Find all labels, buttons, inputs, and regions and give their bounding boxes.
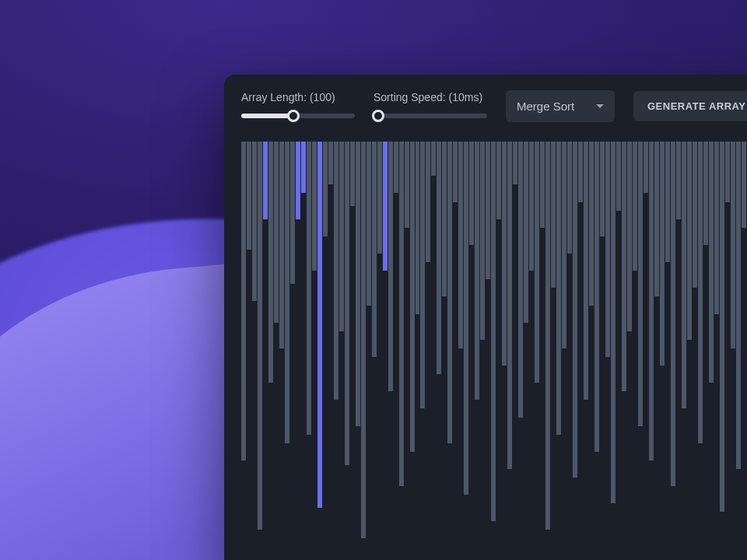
array-bar [540,142,545,228]
array-bar [682,142,686,408]
array-bar [589,142,594,306]
array-bar [458,142,463,348]
array-bar [323,142,328,236]
array-bar [496,142,501,219]
array-bar [725,142,730,202]
array-bar [410,142,415,452]
array-bar [638,142,643,426]
array-bar [426,142,430,262]
algorithm-select[interactable]: Merge Sort [506,90,615,122]
slider-thumb[interactable] [372,110,384,122]
array-bar [676,142,681,219]
array-bar [584,142,588,400]
slider-fill [241,114,293,118]
array-bar [502,142,507,366]
array-bar [350,142,355,206]
array-bar [714,142,719,314]
array-bar [279,142,284,348]
array-bar [535,142,539,383]
array-bar [622,142,626,391]
array-bar [453,142,458,202]
array-bar [633,142,637,271]
array-bar [654,142,659,296]
sorting-speed-control: Sorting Speed: (10ms) [374,91,487,122]
array-bar [464,142,468,495]
sorting-speed-label-suffix: ) [479,91,482,103]
array-bar [394,142,398,193]
array-bar [442,142,447,296]
array-bar [399,142,404,486]
array-bar [366,142,371,306]
array-bar [698,142,703,443]
array-bar [437,142,441,374]
sorting-speed-label: Sorting Speed: (10ms) [374,91,487,103]
slider-thumb[interactable] [287,110,300,122]
array-bar [518,142,523,418]
array-bar [420,142,425,408]
array-bar [290,142,295,284]
array-bar [616,142,621,211]
array-bar [274,142,279,323]
array-bar [431,142,436,176]
array-bar [731,142,735,348]
array-length-control: Array Length: (100) [241,91,355,122]
array-bar [649,142,654,460]
generate-array-button[interactable]: GENERATE ARRAY [633,91,747,121]
array-bar [524,142,528,323]
array-bar [644,142,648,193]
array-bar [513,142,517,184]
array-length-label: Array Length: (100) [241,91,355,103]
array-bars-chart [241,142,747,560]
array-bar [709,142,714,383]
array-bar [372,142,377,357]
slider-track [374,114,487,118]
array-bar [491,142,496,521]
array-bar [247,142,251,250]
array-bar [258,142,262,530]
array-bar [665,142,670,262]
array-bar [361,142,366,538]
array-bar [317,142,322,508]
sorting-visualizer-window: Array Length: (100) Sorting Speed: (10ms… [224,75,747,560]
array-bar [594,142,599,452]
array-bar [480,142,485,340]
array-bar [736,142,741,469]
array-length-slider[interactable] [241,110,355,122]
sorting-speed-value: 10ms [452,91,479,103]
array-bar [605,142,610,357]
array-bar [573,142,577,478]
array-bar [556,142,561,435]
array-bar [377,142,382,254]
array-bar [660,142,665,366]
array-bar [545,142,550,530]
array-bar [328,142,333,184]
array-bar [416,142,420,314]
array-bar [562,142,566,348]
sorting-speed-slider[interactable] [374,110,487,122]
array-bar [334,142,338,400]
array-bar [405,142,409,228]
array-bar [567,142,572,254]
array-bar [507,142,512,469]
array-bar [339,142,344,331]
array-bar [578,142,583,202]
array-bar [301,142,306,193]
array-bar [285,142,289,443]
array-bar [307,142,311,435]
array-bar [345,142,349,465]
array-bar [312,142,317,271]
array-bar [388,142,393,391]
array-bar [383,142,388,271]
array-length-label-prefix: Array Length: ( [241,91,314,103]
array-bar [742,142,746,228]
array-bar [447,142,452,443]
array-bar [671,142,675,486]
array-bar [296,142,300,219]
toolbar: Array Length: (100) Sorting Speed: (10ms… [224,75,747,133]
array-bar [268,142,273,383]
array-bar [703,142,708,245]
array-bar [356,142,360,426]
array-bar [687,142,692,340]
array-bar [693,142,697,288]
chevron-down-icon [596,104,604,108]
